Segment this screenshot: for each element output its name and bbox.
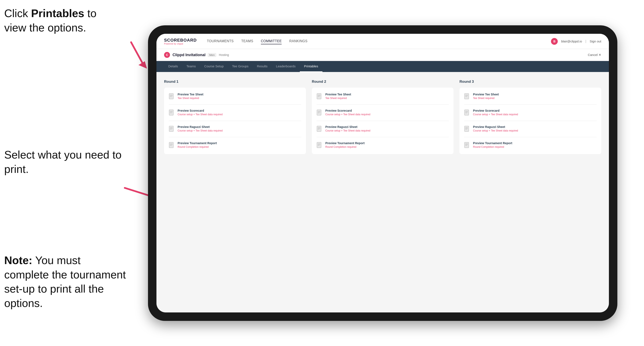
tab-leaderboards[interactable]: Leaderboards — [272, 61, 300, 72]
sign-out-link[interactable]: Sign out — [590, 39, 601, 43]
document-icon — [316, 109, 322, 117]
svg-rect-12 — [169, 126, 173, 132]
top-nav-links: TOURNAMENTS TEAMS COMMITTEE RANKINGS — [207, 38, 551, 44]
print-option-text: Preview Raguzzi SheetCourse setup + Tee … — [473, 125, 518, 132]
document-icon — [316, 126, 322, 133]
user-avatar: B — [551, 38, 558, 45]
print-option-3-2[interactable]: Preview ScorecardCourse setup + Tee Shee… — [464, 109, 597, 117]
arrow-top-icon — [64, 38, 152, 72]
divider — [464, 137, 597, 137]
round-2-column: Round 2 Preview Tee SheetTee Sheet requi… — [312, 80, 454, 154]
document-icon — [169, 109, 175, 117]
round-3-column: Round 3 Preview Tee SheetTee Sheet requi… — [460, 80, 601, 154]
tournament-status: Hosting — [219, 53, 229, 57]
print-option-2-3[interactable]: Preview Raguzzi SheetCourse setup + Tee … — [316, 125, 449, 133]
nav-link-tournaments[interactable]: TOURNAMENTS — [207, 38, 234, 44]
document-icon — [464, 93, 470, 100]
print-option-title: Preview Raguzzi Sheet — [326, 125, 370, 129]
print-option-subtitle: Course setup + Tee Sheet data required — [473, 113, 518, 116]
round-2-title: Round 2 — [312, 80, 454, 84]
sub-nav: Details Teams Course Setup Tee Groups Re… — [156, 61, 609, 72]
tournament-logo: C — [164, 52, 170, 58]
instruction-bottom: Note: You must complete the tournament s… — [4, 253, 127, 310]
tab-printables[interactable]: Printables — [300, 61, 322, 72]
print-option-title: Preview Tee Sheet — [326, 93, 351, 96]
tablet-screen: SCOREBOARD Powered by clippd TOURNAMENTS… — [156, 34, 609, 313]
svg-rect-24 — [317, 110, 321, 115]
print-option-subtitle: Course setup + Tee Sheet data required — [473, 129, 518, 132]
round-1-column: Round 1 Preview Tee SheetTee Sheet requi… — [164, 80, 306, 154]
round-1-title: Round 1 — [164, 80, 306, 84]
instruction-middle: Select what you need to print. — [4, 148, 127, 176]
document-icon — [169, 142, 175, 149]
document-icon — [169, 93, 175, 100]
print-option-3-3[interactable]: Preview Raguzzi SheetCourse setup + Tee … — [464, 125, 597, 133]
svg-rect-28 — [317, 126, 321, 132]
svg-rect-4 — [169, 94, 173, 99]
top-nav: SCOREBOARD Powered by clippd TOURNAMENTS… — [156, 34, 609, 49]
logo-subtitle: Powered by clippd — [164, 43, 197, 45]
round-2-card: Preview Tee SheetTee Sheet required Prev… — [312, 88, 454, 154]
document-icon — [464, 142, 470, 149]
divider — [464, 121, 597, 121]
svg-rect-40 — [464, 110, 469, 115]
nav-separator: | — [586, 39, 586, 43]
svg-rect-32 — [317, 142, 321, 148]
print-option-text: Preview Raguzzi SheetCourse setup + Tee … — [326, 125, 370, 132]
print-option-text: Preview Tee SheetTee Sheet required — [178, 93, 204, 100]
print-option-title: Preview Tee Sheet — [178, 93, 204, 96]
rounds-container: Round 1 Preview Tee SheetTee Sheet requi… — [164, 80, 601, 154]
svg-rect-20 — [317, 94, 321, 99]
print-option-3-1[interactable]: Preview Tee SheetTee Sheet required — [464, 93, 597, 100]
tab-results[interactable]: Results — [253, 61, 272, 72]
print-option-text: Preview Tournament ReportRound Completio… — [178, 142, 217, 148]
cancel-button[interactable]: Cancel ✕ — [588, 53, 601, 57]
nav-link-teams[interactable]: TEAMS — [241, 38, 253, 44]
print-option-2-2[interactable]: Preview ScorecardCourse setup + Tee Shee… — [316, 109, 449, 117]
document-icon — [464, 109, 470, 117]
print-option-1-2[interactable]: Preview ScorecardCourse setup + Tee Shee… — [169, 109, 301, 117]
nav-link-committee[interactable]: COMMITTEE — [261, 38, 282, 44]
tab-teams[interactable]: Teams — [182, 61, 200, 72]
tab-course-setup[interactable]: Course Setup — [200, 61, 228, 72]
print-option-text: Preview Tee SheetTee Sheet required — [326, 93, 351, 100]
print-option-1-3[interactable]: Preview Raguzzi SheetCourse setup + Tee … — [169, 125, 301, 133]
print-option-title: Preview Raguzzi Sheet — [473, 125, 518, 129]
print-option-text: Preview Tournament ReportRound Completio… — [473, 142, 512, 148]
print-option-title: Preview Scorecard — [326, 109, 370, 112]
print-option-1-1[interactable]: Preview Tee SheetTee Sheet required — [169, 93, 301, 100]
svg-rect-16 — [169, 142, 173, 148]
instruction-top: Click Printables toview the options. — [4, 6, 96, 35]
print-option-subtitle: Tee Sheet required — [178, 97, 204, 100]
document-icon — [169, 126, 175, 133]
print-option-text: Preview ScorecardCourse setup + Tee Shee… — [326, 109, 370, 116]
print-option-text: Preview Tee SheetTee Sheet required — [473, 93, 499, 100]
document-icon — [464, 126, 470, 133]
divider — [169, 137, 301, 137]
print-option-title: Preview Tournament Report — [326, 142, 365, 145]
tablet-frame: SCOREBOARD Powered by clippd TOURNAMENTS… — [148, 25, 617, 321]
svg-line-0 — [131, 42, 144, 65]
print-option-title: Preview Tee Sheet — [473, 93, 499, 96]
print-option-title: Preview Tournament Report — [473, 142, 512, 145]
nav-link-rankings[interactable]: RANKINGS — [289, 38, 308, 44]
print-option-2-4[interactable]: Preview Tournament ReportRound Completio… — [316, 142, 449, 149]
print-option-2-1[interactable]: Preview Tee SheetTee Sheet required — [316, 93, 449, 100]
print-option-3-4[interactable]: Preview Tournament ReportRound Completio… — [464, 142, 597, 149]
print-option-text: Preview ScorecardCourse setup + Tee Shee… — [178, 109, 223, 116]
divider — [169, 121, 301, 121]
print-option-subtitle: Round Completion required — [326, 146, 365, 148]
svg-rect-48 — [464, 142, 469, 148]
print-option-text: Preview Raguzzi SheetCourse setup + Tee … — [178, 125, 223, 132]
svg-rect-8 — [169, 110, 173, 115]
divider — [316, 121, 449, 121]
main-content: Round 1 Preview Tee SheetTee Sheet requi… — [156, 72, 609, 313]
tab-details[interactable]: Details — [164, 61, 182, 72]
divider — [316, 137, 449, 137]
print-option-1-4[interactable]: Preview Tournament ReportRound Completio… — [169, 142, 301, 149]
print-option-title: Preview Scorecard — [473, 109, 518, 112]
document-icon — [316, 93, 322, 100]
tab-tee-groups[interactable]: Tee Groups — [228, 61, 253, 72]
logo-section: SCOREBOARD Powered by clippd — [164, 38, 197, 45]
round-3-card: Preview Tee SheetTee Sheet required Prev… — [460, 88, 601, 154]
